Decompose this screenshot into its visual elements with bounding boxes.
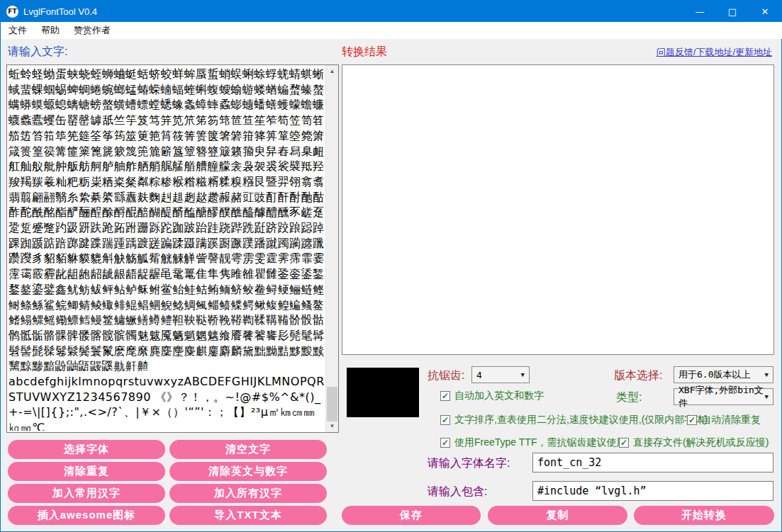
checkbox-check-icon[interactable]: ✓ — [687, 415, 697, 425]
maximize-icon[interactable]: □ — [716, 1, 749, 22]
add-all-hanzi-button[interactable]: 加入所有汉字 — [169, 484, 327, 503]
window-controls: — □ ✕ — [683, 1, 781, 22]
checkbox-check-icon[interactable]: ✓ — [440, 391, 450, 401]
type-dropdown[interactable]: XBF字体,外部bin文件 ▼ — [674, 388, 773, 405]
antialias-dropdown[interactable]: 4 ▼ — [471, 366, 530, 383]
chevron-down-icon: ▼ — [521, 371, 525, 378]
checkbox-label: 自动清除重复 — [701, 414, 761, 426]
font-preview-box — [347, 368, 419, 417]
include-label: 请输入包含: — [428, 485, 487, 499]
title-bar: FT LvglFontTool V0.4 — □ ✕ — [1, 1, 781, 22]
result-label: 转换结果 — [342, 45, 387, 60]
checkbox-label: 文字排序,查表使用二分法,速度快建议使用,(仅限内部字体) — [454, 414, 708, 426]
type-value: XBF字体,外部bin文件 — [678, 384, 765, 409]
include-input[interactable]: #include “lvgl.h” — [532, 481, 773, 501]
version-label: 版本选择: — [614, 368, 662, 383]
version-dropdown[interactable]: 用于6.0版本以上 ▼ — [674, 366, 773, 383]
antialias-value: 4 — [476, 370, 482, 380]
app-icon: FT — [6, 6, 18, 18]
copy-button[interactable]: 复制 — [488, 506, 627, 525]
result-output-panel — [342, 64, 774, 355]
checkbox-label: 使用FreeType TTF，需抗锯齿建议使用 — [454, 436, 626, 449]
add-common-hanzi-button[interactable]: 加入常用汉字 — [8, 484, 165, 503]
input-text-content[interactable]: 蚯蛉蛏蚴蛋蛱蛲蛭蛳蛐蜓蛞蛴蛟蛘蛑蜃蜇蛸蜈蜊蜍蜉蜣蜻蜞蜥蜮蜚蜾蝈蜴蜱蜩蜷蜿螂蜢蝽蝾… — [9, 67, 325, 431]
minimize-icon[interactable]: — — [683, 1, 716, 22]
antialias-label: 抗锯齿: — [428, 368, 464, 383]
app-window: FT LvglFontTool V0.4 — □ ✕ 文件 帮助 赞赏作者 请输… — [0, 0, 782, 532]
chevron-down-icon: ▼ — [765, 371, 769, 378]
checkbox-label: 自动加入英文和数字 — [454, 390, 544, 402]
checkbox-check-icon[interactable]: ✓ — [619, 438, 629, 448]
feedback-download-link[interactable]: 问题反馈/下载地址/更新地址 — [657, 46, 772, 59]
select-font-button[interactable]: 选择字体 — [8, 440, 165, 459]
remove-duplicates-button[interactable]: 清除重复 — [8, 462, 165, 481]
menu-item-donate[interactable]: 赞赏作者 — [67, 24, 118, 37]
remove-english-digits-button[interactable]: 清除英文与数字 — [169, 462, 327, 481]
scrollbar-thumb[interactable] — [327, 387, 337, 421]
vertical-scrollbar[interactable]: ▲ ▼ — [325, 65, 338, 432]
font-name-label: 请输入字体名字: — [428, 456, 510, 471]
checkbox-check-icon[interactable]: ✓ — [440, 438, 450, 448]
insert-awesome-icon-button[interactable]: 插入awesome图标 — [8, 506, 165, 525]
scroll-up-icon[interactable]: ▲ — [326, 65, 338, 77]
version-value: 用于6.0版本以上 — [678, 368, 750, 381]
save-button[interactable]: 保存 — [342, 506, 481, 525]
checkbox-check-icon[interactable]: ✓ — [440, 415, 450, 425]
menu-item-help[interactable]: 帮助 — [34, 24, 67, 37]
freetype-checkbox[interactable]: ✓ 使用FreeType TTF，需抗锯齿建议使用 — [440, 436, 626, 449]
direct-save-checkbox[interactable]: ✓ 直接存文件(解决死机或反应慢) — [619, 436, 769, 449]
auto-dedupe-checkbox[interactable]: ✓ 自动清除重复 — [687, 414, 761, 426]
import-txt-button[interactable]: 导入TXT文本 — [169, 506, 327, 525]
font-name-input[interactable]: font_cn_32 — [532, 453, 773, 472]
scroll-down-icon[interactable]: ▼ — [326, 420, 338, 432]
menu-bar: 文件 帮助 赞赏作者 — [1, 22, 782, 39]
text-sort-checkbox[interactable]: ✓ 文字排序,查表使用二分法,速度快建议使用,(仅限内部字体) — [440, 414, 708, 426]
window-title: LvglFontTool V0.4 — [23, 6, 97, 17]
checkbox-label: 直接存文件(解决死机或反应慢) — [633, 436, 769, 449]
input-text-label: 请输入文字: — [8, 45, 67, 60]
type-label: 类型: — [616, 390, 642, 405]
menu-item-file[interactable]: 文件 — [1, 24, 34, 37]
auto-add-english-checkbox[interactable]: ✓ 自动加入英文和数字 — [440, 390, 544, 402]
start-convert-button[interactable]: 开始转换 — [634, 506, 774, 525]
close-icon[interactable]: ✕ — [749, 1, 781, 22]
chevron-down-icon: ▼ — [765, 393, 769, 400]
clear-text-button[interactable]: 清空文字 — [169, 440, 327, 459]
input-textarea[interactable]: 蚯蛉蛏蚴蛋蛱蛲蛭蛳蛐蜓蛞蛴蛟蛘蛑蜃蜇蛸蜈蜊蜍蜉蜣蜻蜞蜥蜮蜚蜾蝈蜴蜱蜩蜷蜿螂蜢蝽蝾… — [6, 64, 339, 433]
